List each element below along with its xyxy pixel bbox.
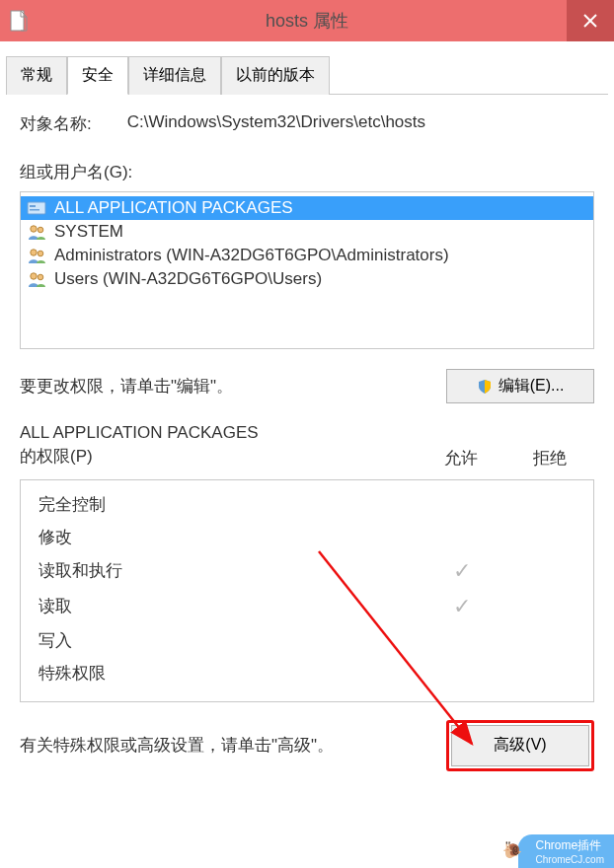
object-row: 对象名称: C:\Windows\System32\Drivers\etc\ho… <box>20 112 594 135</box>
snail-icon: 🐌 <box>502 840 522 859</box>
permission-allow-check: ✓ <box>418 558 506 584</box>
advanced-highlight: 高级(V) <box>446 720 594 771</box>
svg-point-7 <box>38 227 43 233</box>
svg-point-11 <box>38 274 43 280</box>
close-button[interactable] <box>567 0 614 41</box>
edit-button-label: 编辑(E)... <box>499 376 565 397</box>
users-icon <box>27 247 48 264</box>
list-item-label: ALL APPLICATION PACKAGES <box>54 198 293 218</box>
tab-1[interactable]: 安全 <box>67 56 128 95</box>
list-item[interactable]: Administrators (WIN-A32DG6T6GPO\Administ… <box>21 244 593 267</box>
permissions-box: 完全控制修改读取和执行✓读取✓写入特殊权限 <box>20 479 594 702</box>
permission-allow-check: ✓ <box>418 594 506 619</box>
principals-listbox[interactable]: ALL APPLICATION PACKAGESSYSTEMAdministra… <box>20 191 594 349</box>
users-icon <box>27 223 48 241</box>
list-item[interactable]: Users (WIN-A32DG6T6GPO\Users) <box>21 267 593 291</box>
titlebar: hosts 属性 <box>0 0 614 41</box>
shield-icon <box>477 379 493 395</box>
permission-row: 修改 <box>38 521 576 553</box>
svg-point-8 <box>31 250 37 255</box>
svg-rect-5 <box>30 209 39 211</box>
svg-rect-3 <box>28 202 45 214</box>
advanced-button-label: 高级(V) <box>494 736 546 753</box>
svg-point-10 <box>31 273 37 279</box>
object-name-label: 对象名称: <box>20 112 92 135</box>
permission-row: 写入 <box>38 624 576 657</box>
svg-point-9 <box>38 251 43 256</box>
svg-rect-4 <box>30 205 36 207</box>
file-icon <box>10 10 28 32</box>
edit-button[interactable]: 编辑(E)... <box>446 369 594 403</box>
advanced-hint-text: 有关特殊权限或高级设置，请单击"高级"。 <box>20 734 436 757</box>
list-item-label: SYSTEM <box>54 222 123 242</box>
permission-name: 修改 <box>38 526 418 548</box>
permission-row: 特殊权限 <box>38 657 576 689</box>
package-icon <box>27 199 48 217</box>
permission-name: 读取和执行 <box>38 559 418 582</box>
users-icon <box>27 270 48 288</box>
window-title: hosts 属性 <box>266 9 348 33</box>
permission-name: 完全控制 <box>38 493 418 516</box>
close-icon <box>583 14 597 28</box>
advanced-button[interactable]: 高级(V) <box>451 725 589 766</box>
svg-point-6 <box>31 226 37 232</box>
deny-column-label: 拒绝 <box>533 447 567 470</box>
tab-0[interactable]: 常规 <box>6 56 67 95</box>
tab-row: 常规安全详细信息以前的版本 <box>6 55 608 95</box>
svg-rect-0 <box>11 11 24 31</box>
permission-row: 完全控制 <box>38 488 576 521</box>
object-path: C:\Windows\System32\Drivers\etc\hosts <box>127 112 425 135</box>
permission-row: 读取和执行✓ <box>38 553 576 589</box>
groups-label: 组或用户名(G): <box>20 161 594 183</box>
watermark: 🐌 Chrome插件 ChromeCJ.com <box>518 834 614 868</box>
tab-2[interactable]: 详细信息 <box>128 56 221 95</box>
permission-name: 写入 <box>38 629 418 652</box>
list-item[interactable]: ALL APPLICATION PACKAGES <box>21 196 593 220</box>
list-item-label: Users (WIN-A32DG6T6GPO\Users) <box>54 269 322 289</box>
allow-column-label: 允许 <box>444 447 478 470</box>
tab-3[interactable]: 以前的版本 <box>221 56 330 95</box>
permission-name: 特殊权限 <box>38 662 418 685</box>
permissions-columns-header: 允许 拒绝 <box>20 447 594 470</box>
permission-name: 读取 <box>38 595 418 617</box>
tab-panel-security: 对象名称: C:\Windows\System32\Drivers\etc\ho… <box>6 95 608 789</box>
edit-hint-text: 要更改权限，请单击"编辑"。 <box>20 375 436 398</box>
list-item-label: Administrators (WIN-A32DG6T6GPO\Administ… <box>54 246 449 265</box>
permission-row: 读取✓ <box>38 589 576 624</box>
list-item[interactable]: SYSTEM <box>21 220 593 244</box>
